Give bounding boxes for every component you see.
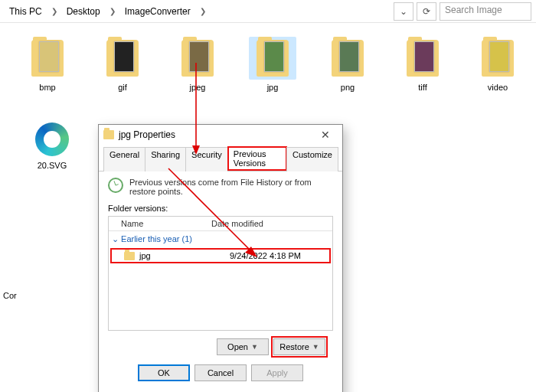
tab-security[interactable]: Security — [185, 147, 228, 172]
list-header: Name Date modified — [109, 217, 332, 231]
folder-label: png — [341, 83, 355, 92]
cancel-button[interactable]: Cancel — [194, 364, 247, 381]
version-date: 9/24/2022 4:18 PM — [230, 251, 326, 260]
chevron-right-icon: ❯ — [198, 7, 208, 15]
restore-button[interactable]: Restore▼ — [273, 338, 325, 355]
versions-list[interactable]: Name Date modified ⌄ Earlier this year (… — [108, 216, 333, 331]
dialog-tabs: General Sharing Security Previous Versio… — [99, 145, 342, 172]
version-row[interactable]: jpg 9/24/2022 4:18 PM — [110, 248, 331, 263]
folder-icon — [103, 130, 114, 139]
dropdown-button[interactable]: ⌄ — [394, 2, 413, 21]
chevron-down-icon: ▼ — [312, 343, 319, 351]
folder-icon — [181, 40, 214, 77]
history-icon — [108, 178, 123, 193]
folder-label: tiff — [418, 83, 427, 92]
properties-dialog: jpg Properties ✕ General Sharing Securit… — [98, 124, 343, 392]
file-label: 20.SVG — [38, 161, 67, 170]
address-bar: This PC ❯ Desktop ❯ ImageConverter ❯ ⌄ ⟳… — [0, 0, 536, 23]
folder-item[interactable]: png — [325, 37, 371, 92]
folder-label: video — [488, 83, 508, 92]
section-label: Folder versions: — [108, 204, 333, 213]
tab-customize[interactable]: Customize — [286, 147, 338, 172]
open-button[interactable]: Open▼ — [217, 338, 269, 355]
column-name[interactable]: Name — [121, 219, 211, 228]
column-date[interactable]: Date modified — [211, 219, 328, 228]
chevron-down-icon: ▼ — [251, 343, 258, 351]
folder-icon — [106, 40, 139, 77]
breadcrumb-segment[interactable]: ImageConverter — [120, 3, 195, 20]
folder-item[interactable]: video — [475, 37, 521, 92]
folder-item[interactable]: gif — [100, 37, 145, 92]
dialog-titlebar[interactable]: jpg Properties ✕ — [99, 125, 342, 145]
version-name: jpg — [139, 251, 230, 260]
ok-button[interactable]: OK — [138, 364, 190, 381]
search-input[interactable]: Search Image — [440, 2, 531, 21]
folder-label: gif — [118, 83, 127, 92]
folder-label: bmp — [39, 83, 55, 92]
folder-item[interactable]: tiff — [400, 37, 446, 92]
file-item[interactable]: 20.SVG — [29, 122, 75, 170]
folder-icon — [257, 40, 289, 77]
folder-grid: bmpgifjpegjpgpngtiffvideowebp — [0, 23, 536, 92]
chevron-right-icon: ❯ — [108, 7, 117, 15]
tab-sharing[interactable]: Sharing — [145, 147, 186, 172]
folder-icon — [124, 252, 135, 260]
chevron-right-icon: ❯ — [50, 7, 59, 15]
folder-label: jpeg — [190, 83, 206, 92]
list-group[interactable]: ⌄ Earlier this year (1) — [109, 231, 332, 247]
folder-item[interactable]: jpg — [250, 37, 296, 92]
folder-icon — [31, 40, 64, 77]
folder-icon — [332, 40, 364, 77]
file-explorer-view: bmpgifjpegjpgpngtiffvideowebp 20.SVG Cor… — [0, 23, 536, 392]
info-hint: Previous versions come from File History… — [108, 178, 333, 196]
tab-previous-versions[interactable]: Previous Versions — [227, 146, 287, 171]
refresh-button[interactable]: ⟳ — [417, 2, 436, 21]
tab-general[interactable]: General — [103, 147, 145, 172]
folder-icon — [407, 40, 439, 77]
folder-label: jpg — [267, 83, 279, 92]
chevron-down-icon: ⌄ — [112, 234, 119, 243]
folder-item[interactable]: jpeg — [175, 37, 221, 92]
close-button[interactable]: ✕ — [313, 127, 338, 142]
dialog-title: jpg Properties — [119, 129, 313, 140]
folder-icon — [482, 40, 514, 77]
apply-button: Apply — [251, 364, 303, 381]
breadcrumb-segment[interactable]: Desktop — [62, 3, 105, 20]
breadcrumb-segment[interactable]: This PC — [5, 3, 47, 20]
edge-icon — [35, 122, 69, 156]
truncated-label: Cor — [0, 291, 17, 300]
folder-item[interactable]: bmp — [25, 37, 70, 92]
